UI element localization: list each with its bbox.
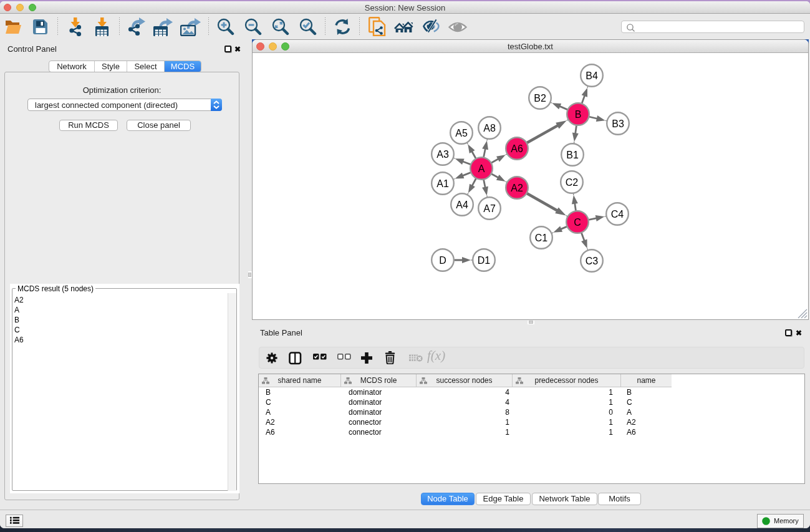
- svg-text:D1: D1: [478, 255, 491, 266]
- svg-text:A6: A6: [511, 143, 523, 154]
- svg-text:C: C: [574, 217, 581, 228]
- svg-text:A8: A8: [483, 123, 496, 133]
- svg-text:A7: A7: [483, 203, 496, 214]
- svg-text:D: D: [439, 255, 446, 266]
- svg-text:B: B: [575, 109, 582, 120]
- svg-text:B4: B4: [586, 70, 598, 81]
- svg-text:C4: C4: [611, 209, 624, 220]
- svg-text:A2: A2: [511, 183, 523, 193]
- svg-text:C2: C2: [566, 177, 579, 188]
- svg-text:A5: A5: [455, 128, 468, 138]
- svg-text:A3: A3: [436, 149, 449, 160]
- svg-text:B2: B2: [534, 93, 546, 104]
- svg-text:A1: A1: [436, 178, 449, 189]
- svg-text:A: A: [478, 163, 485, 174]
- svg-text:B3: B3: [612, 118, 624, 129]
- svg-text:C1: C1: [535, 233, 548, 243]
- svg-text:B1: B1: [566, 150, 579, 160]
- svg-text:A4: A4: [456, 200, 468, 210]
- svg-text:C3: C3: [586, 256, 599, 266]
